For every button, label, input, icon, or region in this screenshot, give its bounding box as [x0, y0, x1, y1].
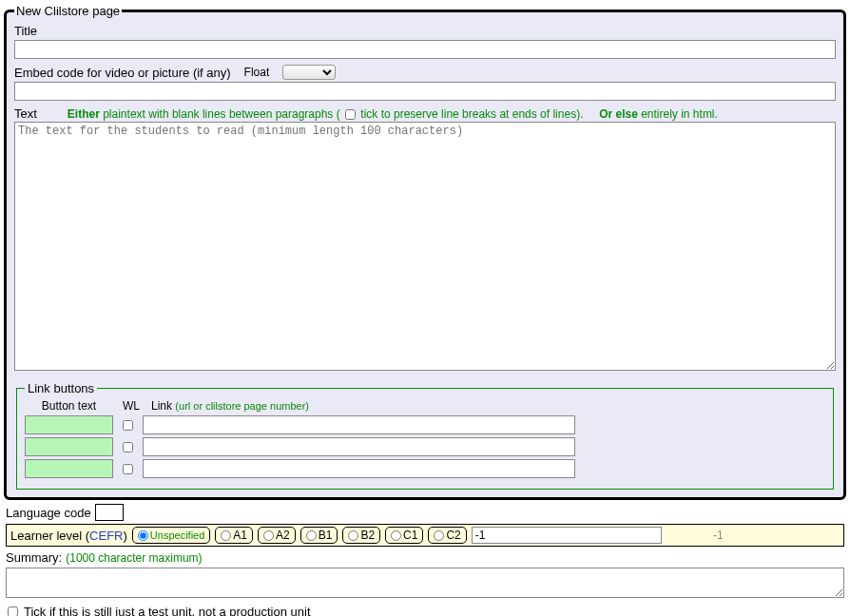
wl-checkbox[interactable]	[123, 442, 133, 452]
hint-plaintext: plaintext with blank lines between parag…	[100, 107, 343, 121]
col-button-text: Button text	[25, 399, 113, 413]
button-text-input[interactable]	[25, 415, 113, 434]
cefr-option-b2[interactable]: B2	[342, 527, 380, 544]
test-unit-checkbox[interactable]	[8, 606, 18, 616]
cefr-numeric-input[interactable]	[472, 527, 662, 544]
hint-orelse: Or else	[599, 107, 638, 121]
float-label: Float	[244, 66, 270, 79]
test-unit-label: Tick if this is still just a test unit, …	[24, 605, 311, 616]
text-label: Text	[14, 106, 37, 121]
preserve-linebreaks-checkbox[interactable]	[345, 109, 356, 120]
cefr-option-c1[interactable]: C1	[385, 527, 423, 544]
wl-checkbox[interactable]	[123, 464, 133, 474]
cefr-option-b1[interactable]: B1	[300, 527, 338, 544]
title-label: Title	[14, 24, 37, 38]
text-textarea[interactable]	[14, 122, 836, 371]
title-input[interactable]	[14, 40, 836, 59]
summary-hint: (1000 character maximum)	[66, 551, 202, 565]
wl-checkbox[interactable]	[123, 420, 133, 431]
new-page-fieldset: New Clilstore page Title Embed code for …	[4, 4, 846, 500]
link-url-input[interactable]	[143, 437, 575, 456]
button-text-input[interactable]	[25, 437, 113, 456]
hint-either: Either	[68, 107, 100, 121]
col-link: Link	[151, 399, 172, 413]
summary-label: Summary:	[6, 550, 62, 565]
link-url-input[interactable]	[143, 415, 575, 434]
fieldset-legend: New Clilstore page	[14, 4, 122, 18]
hint-tick: tick to preserve line breaks at ends of …	[357, 107, 583, 121]
cefr-option-c2[interactable]: C2	[428, 527, 466, 544]
cefr-option-a1[interactable]: A1	[215, 527, 253, 544]
embed-input[interactable]	[14, 82, 836, 101]
summary-textarea[interactable]	[6, 568, 844, 598]
cefr-link[interactable]: CEFR	[89, 529, 123, 543]
link-buttons-fieldset: Link buttons Button text WL Link (url or…	[16, 381, 834, 490]
float-select[interactable]	[282, 65, 336, 80]
col-wl: WL	[123, 399, 142, 413]
cefr-numeric-display: -1	[666, 529, 724, 542]
cefr-option-unspecified[interactable]: Unspecified	[132, 527, 210, 544]
link-row	[25, 459, 825, 478]
cefr-option-a2[interactable]: A2	[258, 527, 296, 544]
hint-html: entirely in html.	[638, 107, 718, 121]
cefr-label-prefix: Learner level (	[10, 529, 89, 543]
link-url-input[interactable]	[143, 459, 575, 478]
link-buttons-legend: Link buttons	[25, 381, 97, 395]
embed-label: Embed code for video or picture (if any)	[14, 66, 231, 80]
col-link-hint: (url or clilstore page number)	[175, 400, 309, 412]
language-code-label: Language code	[6, 506, 91, 520]
button-text-input[interactable]	[25, 459, 113, 478]
link-row	[25, 437, 825, 456]
language-code-input[interactable]	[95, 504, 124, 521]
cefr-label-suffix: )	[124, 529, 127, 543]
cefr-row: Learner level (CEFR) Unspecified A1 A2 B…	[6, 524, 844, 547]
link-row	[25, 415, 825, 434]
